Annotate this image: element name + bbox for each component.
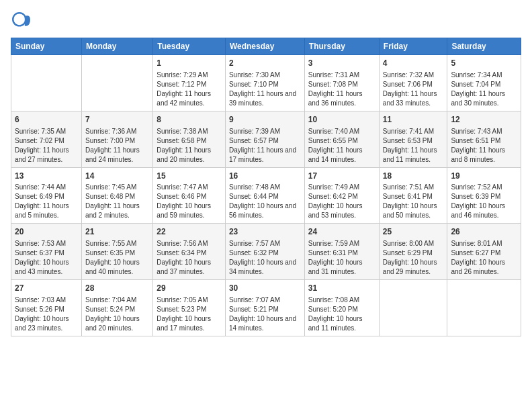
day-header-thursday: Thursday xyxy=(304,38,379,55)
calendar-cell: 3Sunrise: 7:31 AMSunset: 7:08 PMDaylight… xyxy=(304,55,379,111)
day-info: Daylight: 11 hours and 2 minutes. xyxy=(85,201,149,220)
day-info: Daylight: 11 hours and 42 minutes. xyxy=(157,89,222,108)
calendar-cell: 26Sunrise: 8:01 AMSunset: 6:27 PMDayligh… xyxy=(447,224,521,280)
day-number: 31 xyxy=(308,283,375,294)
day-info: Sunset: 7:02 PM xyxy=(15,136,78,146)
day-info: Sunset: 5:21 PM xyxy=(229,305,301,314)
day-info: Sunset: 7:08 PM xyxy=(308,80,375,89)
day-info: Daylight: 10 hours and 59 minutes. xyxy=(157,201,222,220)
day-info: Sunset: 7:10 PM xyxy=(229,80,301,89)
day-info: Sunset: 6:35 PM xyxy=(85,248,149,258)
day-number: 8 xyxy=(157,114,222,126)
day-number: 11 xyxy=(383,114,444,126)
day-info: Sunrise: 7:39 AM xyxy=(229,127,301,136)
day-info: Sunrise: 7:07 AM xyxy=(229,295,301,305)
day-info: Sunrise: 7:35 AM xyxy=(15,127,78,136)
day-info: Daylight: 10 hours and 43 minutes. xyxy=(15,258,78,277)
day-info: Sunrise: 7:03 AM xyxy=(15,295,78,305)
day-info: Sunrise: 7:44 AM xyxy=(15,183,78,192)
calendar-week-row: 6Sunrise: 7:35 AMSunset: 7:02 PMDaylight… xyxy=(11,111,521,167)
day-info: Sunrise: 7:57 AM xyxy=(229,239,301,248)
calendar-cell: 23Sunrise: 7:57 AMSunset: 6:32 PMDayligh… xyxy=(225,224,304,280)
day-info: Sunrise: 7:43 AM xyxy=(451,127,517,136)
day-info: Sunset: 6:44 PM xyxy=(229,192,301,201)
day-info: Sunset: 5:20 PM xyxy=(308,305,375,314)
day-number: 12 xyxy=(451,114,517,126)
day-info: Sunrise: 7:29 AM xyxy=(157,71,222,80)
day-info: Sunrise: 7:49 AM xyxy=(308,183,375,192)
calendar-cell: 6Sunrise: 7:35 AMSunset: 7:02 PMDaylight… xyxy=(11,111,82,167)
day-info: Sunset: 7:00 PM xyxy=(85,136,149,146)
day-info: Sunrise: 8:00 AM xyxy=(383,239,444,248)
day-info: Sunset: 7:04 PM xyxy=(451,80,517,89)
day-info: Sunrise: 7:34 AM xyxy=(451,71,517,80)
day-info: Sunrise: 7:41 AM xyxy=(383,127,444,136)
calendar-table: SundayMondayTuesdayWednesdayThursdayFrid… xyxy=(11,38,521,336)
day-header-tuesday: Tuesday xyxy=(153,38,226,55)
logo-icon xyxy=(11,11,32,32)
day-info: Sunrise: 7:38 AM xyxy=(157,127,222,136)
calendar-cell: 13Sunrise: 7:44 AMSunset: 6:49 PMDayligh… xyxy=(11,167,82,224)
day-info: Daylight: 11 hours and 20 minutes. xyxy=(157,146,222,165)
day-info: Daylight: 11 hours and 33 minutes. xyxy=(383,89,444,108)
day-number: 6 xyxy=(15,114,78,126)
day-info: Sunrise: 7:32 AM xyxy=(383,71,444,80)
day-number: 29 xyxy=(157,283,222,294)
day-number: 10 xyxy=(308,114,375,126)
day-number: 18 xyxy=(383,171,444,182)
calendar-cell xyxy=(82,55,153,111)
day-info: Daylight: 10 hours and 17 minutes. xyxy=(157,314,222,333)
calendar-cell xyxy=(379,280,447,336)
calendar-cell: 30Sunrise: 7:07 AMSunset: 5:21 PMDayligh… xyxy=(225,280,304,336)
day-number: 15 xyxy=(157,171,222,182)
day-info: Daylight: 11 hours and 30 minutes. xyxy=(451,89,517,108)
day-number: 4 xyxy=(383,58,444,69)
calendar-cell: 15Sunrise: 7:47 AMSunset: 6:46 PMDayligh… xyxy=(153,167,226,224)
day-info: Sunset: 6:53 PM xyxy=(383,136,444,146)
calendar-cell: 5Sunrise: 7:34 AMSunset: 7:04 PMDaylight… xyxy=(447,55,521,111)
day-header-wednesday: Wednesday xyxy=(225,38,304,55)
calendar-cell: 7Sunrise: 7:36 AMSunset: 7:00 PMDaylight… xyxy=(82,111,153,167)
day-info: Daylight: 10 hours and 11 minutes. xyxy=(308,314,375,333)
day-info: Sunset: 6:34 PM xyxy=(157,248,222,258)
day-info: Daylight: 11 hours and 39 minutes. xyxy=(229,89,301,108)
day-info: Daylight: 10 hours and 20 minutes. xyxy=(85,314,149,333)
day-info: Sunrise: 7:53 AM xyxy=(15,239,78,248)
day-info: Sunset: 6:58 PM xyxy=(157,136,222,146)
day-info: Daylight: 11 hours and 24 minutes. xyxy=(85,146,149,165)
day-info: Sunrise: 7:08 AM xyxy=(308,295,375,305)
calendar-cell: 19Sunrise: 7:52 AMSunset: 6:39 PMDayligh… xyxy=(447,167,521,224)
calendar-cell: 28Sunrise: 7:04 AMSunset: 5:24 PMDayligh… xyxy=(82,280,153,336)
calendar-cell: 9Sunrise: 7:39 AMSunset: 6:57 PMDaylight… xyxy=(225,111,304,167)
day-info: Sunset: 6:27 PM xyxy=(451,248,517,258)
calendar-cell: 10Sunrise: 7:40 AMSunset: 6:55 PMDayligh… xyxy=(304,111,379,167)
page-header xyxy=(11,11,521,32)
day-info: Sunset: 6:46 PM xyxy=(157,192,222,201)
day-info: Daylight: 10 hours and 31 minutes. xyxy=(308,258,375,277)
calendar-cell: 17Sunrise: 7:49 AMSunset: 6:42 PMDayligh… xyxy=(304,167,379,224)
day-info: Sunrise: 7:52 AM xyxy=(451,183,517,192)
day-info: Daylight: 11 hours and 5 minutes. xyxy=(15,201,78,220)
day-number: 7 xyxy=(85,114,149,126)
day-info: Sunset: 6:55 PM xyxy=(308,136,375,146)
calendar-week-row: 1Sunrise: 7:29 AMSunset: 7:12 PMDaylight… xyxy=(11,55,521,111)
day-info: Daylight: 10 hours and 56 minutes. xyxy=(229,201,301,220)
day-info: Sunrise: 7:40 AM xyxy=(308,127,375,136)
day-number: 19 xyxy=(451,171,517,182)
day-info: Sunset: 6:39 PM xyxy=(451,192,517,201)
day-info: Daylight: 11 hours and 27 minutes. xyxy=(15,146,78,165)
day-info: Sunset: 5:24 PM xyxy=(85,305,149,314)
day-info: Sunrise: 7:51 AM xyxy=(383,183,444,192)
day-info: Daylight: 10 hours and 50 minutes. xyxy=(383,201,444,220)
day-info: Sunset: 7:06 PM xyxy=(383,80,444,89)
day-number: 14 xyxy=(85,171,149,182)
day-info: Sunrise: 7:45 AM xyxy=(85,183,149,192)
svg-point-0 xyxy=(13,13,26,26)
day-number: 13 xyxy=(15,171,78,182)
day-header-saturday: Saturday xyxy=(447,38,521,55)
day-info: Sunset: 6:48 PM xyxy=(85,192,149,201)
day-info: Daylight: 10 hours and 46 minutes. xyxy=(451,201,517,220)
day-info: Sunset: 6:29 PM xyxy=(383,248,444,258)
day-info: Sunrise: 7:04 AM xyxy=(85,295,149,305)
calendar-cell: 1Sunrise: 7:29 AMSunset: 7:12 PMDaylight… xyxy=(153,55,226,111)
